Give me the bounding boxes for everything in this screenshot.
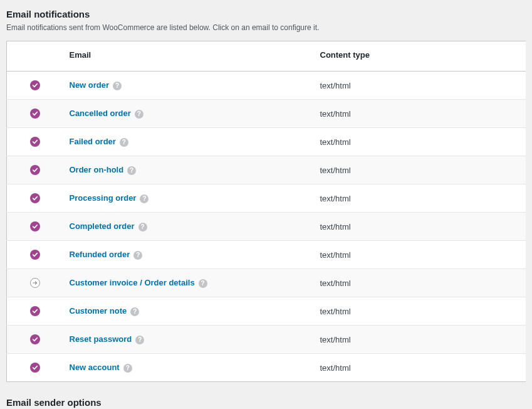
content-type-cell: text/html bbox=[314, 241, 526, 269]
status-enabled-icon bbox=[30, 165, 40, 175]
help-tip-icon[interactable]: ? bbox=[130, 307, 139, 316]
status-cell bbox=[7, 72, 57, 100]
status-cell bbox=[7, 213, 57, 241]
email-name-cell: Cancelled order? bbox=[57, 100, 314, 128]
table-row: New order?text/html bbox=[7, 72, 526, 100]
status-cell bbox=[7, 354, 57, 382]
table-row: Processing order?text/html bbox=[7, 184, 526, 213]
content-type-cell: text/html bbox=[314, 297, 526, 326]
email-link[interactable]: Customer invoice / Order details bbox=[70, 278, 195, 287]
content-type-cell: text/html bbox=[314, 156, 526, 184]
email-link[interactable]: New account bbox=[70, 363, 120, 372]
status-manual-icon bbox=[30, 278, 40, 288]
status-enabled-icon bbox=[30, 363, 40, 373]
email-notifications-table: Email Content type New order?text/htmlCa… bbox=[6, 41, 526, 382]
email-link[interactable]: Refunded order bbox=[70, 250, 130, 259]
status-cell bbox=[7, 156, 57, 184]
table-row: Order on-hold?text/html bbox=[7, 156, 526, 184]
status-enabled-icon bbox=[30, 334, 40, 344]
content-type-cell: text/html bbox=[314, 184, 526, 213]
status-cell bbox=[7, 100, 57, 128]
email-link[interactable]: Cancelled order bbox=[70, 109, 131, 118]
help-tip-icon[interactable]: ? bbox=[199, 279, 207, 288]
status-cell bbox=[7, 297, 57, 326]
status-cell bbox=[7, 128, 57, 156]
email-name-cell: Processing order? bbox=[57, 184, 314, 213]
table-row: Reset password?text/html bbox=[7, 326, 526, 354]
help-tip-icon[interactable]: ? bbox=[138, 223, 147, 231]
content-type-cell: text/html bbox=[314, 100, 526, 128]
status-cell bbox=[7, 241, 57, 269]
next-section-title: Email sender options bbox=[6, 397, 526, 408]
status-enabled-icon bbox=[30, 193, 40, 203]
section-title: Email notifications bbox=[6, 9, 526, 19]
column-header-content-type: Content type bbox=[314, 41, 526, 72]
email-link[interactable]: Completed order bbox=[70, 221, 135, 231]
content-type-cell: text/html bbox=[314, 213, 526, 241]
email-link[interactable]: New order bbox=[70, 80, 110, 90]
status-cell bbox=[7, 269, 57, 297]
content-type-cell: text/html bbox=[314, 128, 526, 156]
email-link[interactable]: Order on-hold bbox=[70, 165, 124, 174]
status-enabled-icon bbox=[30, 80, 40, 90]
table-row: Completed order?text/html bbox=[7, 213, 526, 241]
help-tip-icon[interactable]: ? bbox=[135, 336, 144, 344]
table-row: Customer invoice / Order details?text/ht… bbox=[7, 269, 526, 297]
table-row: Refunded order?text/html bbox=[7, 241, 526, 269]
email-link[interactable]: Failed order bbox=[70, 137, 116, 146]
email-name-cell: New account? bbox=[57, 354, 314, 382]
email-name-cell: Order on-hold? bbox=[57, 156, 314, 184]
email-name-cell: Completed order? bbox=[57, 213, 314, 241]
table-header-row: Email Content type bbox=[7, 41, 526, 72]
content-type-cell: text/html bbox=[314, 72, 526, 100]
column-header-email: Email bbox=[57, 41, 314, 72]
email-name-cell: Failed order? bbox=[57, 128, 314, 156]
email-link[interactable]: Customer note bbox=[70, 306, 127, 316]
help-tip-icon[interactable]: ? bbox=[113, 82, 122, 90]
table-row: Customer note?text/html bbox=[7, 297, 526, 326]
help-tip-icon[interactable]: ? bbox=[127, 166, 136, 175]
content-type-cell: text/html bbox=[314, 354, 526, 382]
column-header-status bbox=[7, 41, 57, 72]
email-name-cell: Reset password? bbox=[57, 326, 314, 354]
help-tip-icon[interactable]: ? bbox=[133, 251, 142, 260]
status-enabled-icon bbox=[30, 221, 40, 231]
help-tip-icon[interactable]: ? bbox=[135, 110, 143, 119]
status-enabled-icon bbox=[30, 306, 40, 316]
email-notifications-section: Email notifications Email notifications … bbox=[0, 9, 532, 409]
table-row: Failed order?text/html bbox=[7, 128, 526, 156]
help-tip-icon[interactable]: ? bbox=[123, 364, 132, 373]
status-enabled-icon bbox=[30, 250, 40, 260]
status-enabled-icon bbox=[30, 109, 40, 119]
content-type-cell: text/html bbox=[314, 326, 526, 354]
status-cell bbox=[7, 184, 57, 213]
email-name-cell: Customer invoice / Order details? bbox=[57, 269, 314, 297]
email-name-cell: Refunded order? bbox=[57, 241, 314, 269]
email-name-cell: Customer note? bbox=[57, 297, 314, 326]
content-type-cell: text/html bbox=[314, 269, 526, 297]
table-row: Cancelled order?text/html bbox=[7, 100, 526, 128]
help-tip-icon[interactable]: ? bbox=[140, 194, 149, 203]
email-link[interactable]: Processing order bbox=[70, 193, 137, 203]
table-row: New account?text/html bbox=[7, 354, 526, 382]
status-enabled-icon bbox=[30, 137, 40, 147]
status-cell bbox=[7, 326, 57, 354]
help-tip-icon[interactable]: ? bbox=[120, 138, 128, 147]
email-name-cell: New order? bbox=[57, 72, 314, 100]
section-description: Email notifications sent from WooCommerc… bbox=[6, 23, 526, 32]
email-link[interactable]: Reset password bbox=[70, 334, 132, 344]
